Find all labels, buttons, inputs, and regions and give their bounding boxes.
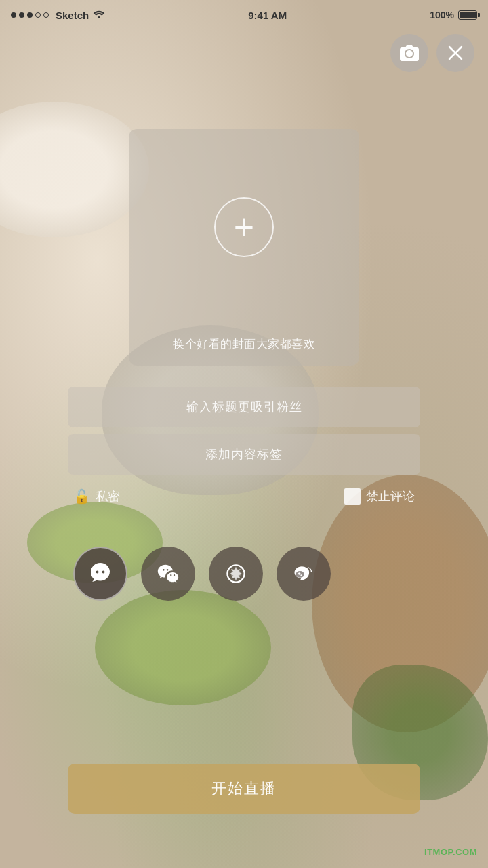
share-weibo-button[interactable] [277,547,331,601]
cover-area: + 换个好看的封面大家都喜欢 [129,129,359,366]
disable-comments-label: 禁止评论 [366,488,415,505]
plus-circle: + [214,197,274,257]
start-broadcast-button[interactable]: 开始直播 [68,764,420,814]
disable-comments-option[interactable]: 禁止评论 [344,488,415,505]
battery-icon [458,10,477,20]
battery-fill [460,12,476,18]
carrier-name: Sketch [56,9,89,21]
input-fields-container: 输入标题更吸引粉丝 添加内容标签 [68,387,420,475]
status-left: Sketch [11,9,105,21]
title-placeholder: 输入标题更吸引粉丝 [186,399,302,415]
svg-point-4 [300,574,302,576]
signal-dot-3 [27,12,33,18]
top-buttons [390,34,474,72]
cover-hint-text: 换个好看的封面大家都喜欢 [129,326,359,366]
plus-icon: + [234,210,254,245]
share-row [68,536,420,612]
disable-comments-checkbox[interactable] [344,488,361,505]
qq-icon [87,560,114,587]
signal-dot-1 [11,12,16,18]
camera-button[interactable] [390,34,428,72]
watermark: ITMOP.COM [424,847,477,857]
signal-dot-4 [35,12,41,18]
title-input[interactable]: 输入标题更吸引粉丝 [68,387,420,427]
shutter-icon [224,561,248,586]
camera-icon [399,44,420,62]
private-label: 私密 [96,488,120,505]
wechat-icon [155,561,181,587]
options-row: 🔓 私密 禁止评论 [68,488,420,505]
status-right: 100% [430,9,477,20]
tag-input[interactable]: 添加内容标签 [68,434,420,475]
share-camera-button[interactable] [209,547,263,601]
svg-point-3 [298,572,301,575]
close-button[interactable] [436,34,474,72]
status-bar: Sketch 9:41 AM 100% [0,0,488,30]
lock-icon: 🔓 [73,488,90,505]
tag-placeholder: 添加内容标签 [205,446,283,462]
share-qq-button[interactable] [73,547,127,601]
signal-dots [11,12,49,18]
signal-dot-2 [19,12,24,18]
start-broadcast-label: 开始直播 [211,778,277,799]
wifi-icon [93,9,105,21]
private-option[interactable]: 🔓 私密 [73,488,120,505]
close-icon [448,45,463,60]
cover-upload-button[interactable]: + [129,129,359,326]
options-divider [68,524,420,524]
battery-percent: 100% [430,9,454,20]
status-time: 9:41 AM [248,9,287,21]
share-wechat-button[interactable] [141,547,195,601]
weibo-icon [291,561,316,586]
signal-dot-5 [43,12,49,18]
